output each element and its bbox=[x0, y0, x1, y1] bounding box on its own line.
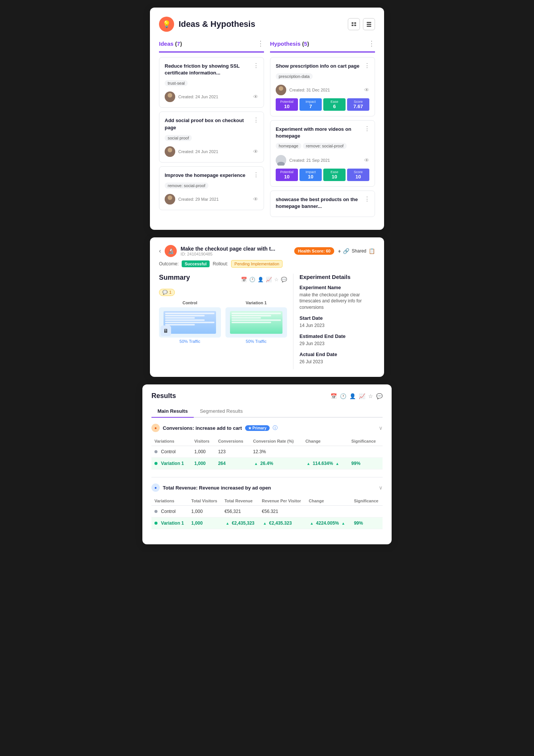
back-button[interactable]: ‹ bbox=[159, 248, 161, 254]
start-date-value: 14 Jun 2023 bbox=[299, 322, 375, 329]
hypothesis-card-1-menu[interactable]: ⋮ bbox=[364, 62, 370, 69]
idea-card-1-title: Reduce friction by showing SSL certifica… bbox=[165, 63, 258, 76]
idea-card-3-tag[interactable]: remove: social-proof bbox=[165, 183, 208, 189]
table-row: Variation 1 1,000 ▲ €2,435,323 ▲ €2,435.… bbox=[151, 517, 383, 529]
hypothesis-column-menu[interactable]: ⋮ bbox=[368, 39, 375, 48]
idea-card-1: Reduce friction by showing SSL certifica… bbox=[159, 57, 264, 108]
row-1-name: Control bbox=[151, 446, 191, 458]
metric-1-icon: ● bbox=[151, 424, 160, 432]
mock-line-1 bbox=[165, 313, 215, 314]
hypothesis-column-title: Hypothesis (5) bbox=[270, 40, 309, 47]
health-score-badge: Health Score: 60 bbox=[294, 247, 334, 255]
idea-card-1-eye[interactable]: 👁 bbox=[253, 94, 258, 100]
hypothesis-card-2-tag-2[interactable]: remove: social-proof bbox=[303, 143, 347, 149]
mock-line-6 bbox=[165, 324, 195, 325]
rollout-badge: Pending Implementation bbox=[231, 260, 283, 268]
m2-row-1-change bbox=[306, 506, 351, 517]
view-toggle-grid[interactable] bbox=[363, 18, 375, 30]
outcome-row: Outcome: Successful Rollout: Pending Imp… bbox=[159, 260, 375, 268]
score-badge-2: Score 10 bbox=[347, 169, 369, 181]
v1-mock-line-5 bbox=[232, 322, 271, 323]
idea-card-2-menu[interactable]: ⋮ bbox=[253, 116, 259, 124]
idea-card-3: Improve the homepage experience ⋮ remove… bbox=[159, 166, 264, 210]
hypothesis-card-2-footer: Created: 21 Sep 2021 👁 bbox=[276, 155, 369, 166]
hypothesis-card-2-avatar bbox=[276, 155, 286, 166]
col-variations: Variations bbox=[151, 437, 191, 446]
rollout-label: Rollout: bbox=[213, 261, 228, 266]
dot-control-2 bbox=[154, 510, 157, 513]
idea-card-2-tag[interactable]: social proof bbox=[165, 135, 192, 141]
hypothesis-card-2-eye[interactable]: 👁 bbox=[364, 157, 369, 163]
idea-card-3-eye[interactable]: 👁 bbox=[253, 196, 258, 202]
hypothesis-card-1-eye[interactable]: 👁 bbox=[364, 87, 369, 93]
m2-row-1-rpv: €56.321 bbox=[259, 506, 306, 517]
m2-row-2-visitors: 1,000 bbox=[188, 517, 222, 529]
comment-icon[interactable]: 💬 bbox=[281, 277, 287, 282]
user-icon-results[interactable]: 👤 bbox=[349, 393, 356, 399]
arrow-up-revenue: ▲ bbox=[225, 521, 229, 525]
calendar-icon-results[interactable]: 📅 bbox=[330, 393, 337, 399]
chart-icon[interactable]: 📈 bbox=[266, 277, 272, 282]
idea-card-3-menu[interactable]: ⋮ bbox=[253, 171, 259, 178]
calendar-icon[interactable]: 📅 bbox=[241, 277, 247, 282]
variations-row: Control 🖥 50% Traffic bbox=[159, 301, 287, 344]
mock-line-4 bbox=[165, 319, 205, 321]
row-1-rate: 12.3% bbox=[250, 446, 302, 458]
idea-card-2-date: Created: 24 Jun 2021 bbox=[178, 149, 250, 154]
ideas-column-menu[interactable]: ⋮ bbox=[257, 39, 264, 48]
col-total-visitors: Total Visitors bbox=[188, 496, 222, 506]
col-significance-2: Significance bbox=[351, 496, 383, 506]
svg-rect-4 bbox=[367, 22, 371, 23]
segmented-results-tab[interactable]: Segmented Results bbox=[194, 405, 248, 418]
hypothesis-column-header: Hypothesis (5) ⋮ bbox=[270, 39, 375, 53]
dot-variation-2 bbox=[154, 522, 157, 525]
est-end-label: Estimated End Date bbox=[299, 333, 375, 339]
idea-card-2-title: Add social proof box on checkout page bbox=[165, 117, 258, 131]
svg-rect-0 bbox=[352, 22, 353, 24]
svg-point-9 bbox=[168, 148, 172, 152]
diamond-icon[interactable]: ♦ bbox=[338, 248, 341, 254]
arrow-up-change: ▲ bbox=[307, 462, 310, 466]
row-2-change: ▲ 114.634% ▲ bbox=[302, 458, 349, 469]
hypothesis-card-1-avatar bbox=[276, 85, 286, 95]
metric-2-table: Variations Total Visitors Total Revenue … bbox=[151, 496, 383, 529]
clock-icon[interactable]: 🕐 bbox=[249, 277, 255, 282]
hypothesis-card-3-menu[interactable]: ⋮ bbox=[364, 195, 370, 203]
link-icon[interactable]: 🔗 bbox=[343, 248, 349, 254]
hypothesis-card-1-footer: Created: 31 Dec 2021 👁 bbox=[276, 85, 369, 95]
star-icon-results[interactable]: ☆ bbox=[368, 393, 373, 399]
m2-row-2-rpv: ▲ €2,435.323 bbox=[259, 517, 306, 529]
clock-icon-results[interactable]: 🕐 bbox=[340, 393, 346, 399]
idea-card-2-eye[interactable]: 👁 bbox=[253, 149, 258, 155]
table-row: Control 1,000 123 12.3% bbox=[151, 446, 383, 458]
hypothesis-card-1-title: Show prescription info on cart page bbox=[276, 63, 369, 70]
main-results-tab[interactable]: Main Results bbox=[151, 405, 194, 418]
chart-icon-results[interactable]: 📈 bbox=[359, 393, 365, 399]
info-icon-1[interactable]: ⓘ bbox=[273, 424, 278, 431]
hypothesis-card-2-menu[interactable]: ⋮ bbox=[364, 125, 370, 132]
idea-card-1-date: Created: 24 Jun 2021 bbox=[178, 94, 250, 99]
hypothesis-card-1-tag[interactable]: prescription-data bbox=[276, 73, 313, 79]
m2-row-2-revenue: ▲ €2,435,323 bbox=[221, 517, 259, 529]
svg-point-16 bbox=[277, 162, 285, 166]
svg-point-14 bbox=[277, 91, 285, 95]
star-icon[interactable]: ☆ bbox=[274, 277, 279, 282]
potential-badge-2: Potential 10 bbox=[276, 169, 298, 181]
user-icon[interactable]: 👤 bbox=[258, 277, 264, 282]
hypothesis-card-2-tag-1[interactable]: homepage bbox=[276, 143, 301, 149]
idea-card-1-menu[interactable]: ⋮ bbox=[253, 62, 259, 69]
comment-bubble[interactable]: 💬 1 bbox=[159, 289, 175, 296]
idea-card-3-date: Created: 29 Mar 2021 bbox=[178, 197, 250, 201]
section-icons: 📅 🕐 👤 📈 ☆ 💬 bbox=[241, 277, 287, 282]
col-visitors: Visitors bbox=[191, 437, 215, 446]
ideas-hypothesis-panel: 💡 Ideas & Hypothesis bbox=[150, 8, 384, 230]
copy-icon[interactable]: 📋 bbox=[369, 248, 375, 254]
idea-card-1-tag[interactable]: trust-seal bbox=[165, 80, 188, 86]
metric-1-chevron[interactable]: ∨ bbox=[379, 425, 383, 431]
svg-point-12 bbox=[166, 201, 174, 204]
exp-details-title: Experiment Details bbox=[299, 274, 375, 280]
metric-2-chevron[interactable]: ∨ bbox=[379, 485, 383, 491]
comment-icon-results[interactable]: 💬 bbox=[376, 393, 383, 399]
view-toggle-list[interactable] bbox=[348, 18, 360, 30]
metric-2-header: ● Total Revenue: Revenue increased by ad… bbox=[151, 483, 383, 492]
